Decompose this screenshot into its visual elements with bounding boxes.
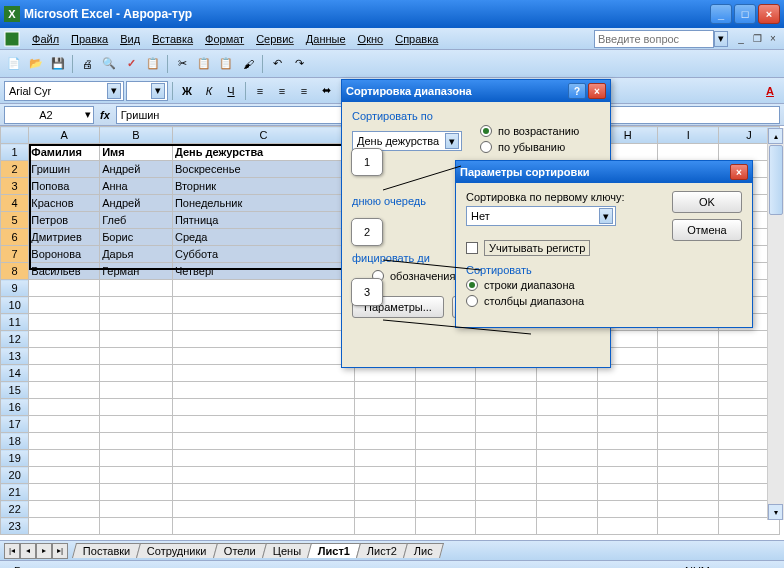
cell[interactable]: [415, 433, 476, 450]
cell[interactable]: [597, 484, 658, 501]
italic-button[interactable]: К: [199, 81, 219, 101]
research-button[interactable]: 📋: [143, 54, 163, 74]
cell[interactable]: [658, 382, 719, 399]
case-checkbox[interactable]: [466, 242, 478, 254]
cell[interactable]: [658, 518, 719, 535]
cell[interactable]: [172, 297, 354, 314]
cell[interactable]: [658, 416, 719, 433]
row-header[interactable]: 17: [1, 416, 29, 433]
cell[interactable]: [476, 484, 537, 501]
col-header[interactable]: I: [658, 127, 719, 144]
redo-button[interactable]: ↷: [289, 54, 309, 74]
cell[interactable]: [415, 399, 476, 416]
cell[interactable]: [100, 314, 173, 331]
col-header[interactable]: C: [172, 127, 354, 144]
scroll-down-button[interactable]: ▾: [768, 504, 783, 520]
row-header[interactable]: 7: [1, 246, 29, 263]
row-header[interactable]: 13: [1, 348, 29, 365]
preview-button[interactable]: 🔍: [99, 54, 119, 74]
menu-вставка[interactable]: Вставка: [146, 31, 199, 47]
row-header[interactable]: 14: [1, 365, 29, 382]
sheet-tab[interactable]: Цены: [262, 543, 312, 558]
cell[interactable]: [476, 399, 537, 416]
print-button[interactable]: 🖨: [77, 54, 97, 74]
params-cancel-button[interactable]: Отмена: [672, 219, 742, 241]
cell[interactable]: Воскресенье: [172, 161, 354, 178]
cell[interactable]: [355, 416, 416, 433]
col-header[interactable]: B: [100, 127, 173, 144]
menu-окно[interactable]: Окно: [352, 31, 390, 47]
cell[interactable]: Понедельник: [172, 195, 354, 212]
cell[interactable]: [29, 280, 100, 297]
sort-close-button[interactable]: ×: [588, 83, 606, 99]
cell[interactable]: [415, 450, 476, 467]
cell[interactable]: Краснов: [29, 195, 100, 212]
first-key-combo[interactable]: Нет ▾: [466, 206, 616, 226]
cell[interactable]: Васильев: [29, 263, 100, 280]
tab-last-button[interactable]: ▸|: [52, 543, 68, 559]
cell[interactable]: [537, 467, 598, 484]
cell[interactable]: [29, 484, 100, 501]
align-center-button[interactable]: ≡: [272, 81, 292, 101]
cell[interactable]: [100, 365, 173, 382]
cell[interactable]: [537, 433, 598, 450]
cell[interactable]: [537, 518, 598, 535]
row-header[interactable]: 9: [1, 280, 29, 297]
cell[interactable]: [537, 484, 598, 501]
sheet-tab[interactable]: Лис: [403, 543, 444, 558]
row-header[interactable]: 15: [1, 382, 29, 399]
row-header[interactable]: 18: [1, 433, 29, 450]
select-all-corner[interactable]: [1, 127, 29, 144]
cell[interactable]: [29, 382, 100, 399]
font-size-combo[interactable]: ▾: [126, 81, 168, 101]
cell[interactable]: [415, 382, 476, 399]
menu-файл[interactable]: Файл: [26, 31, 65, 47]
cell[interactable]: [100, 382, 173, 399]
cell[interactable]: [172, 280, 354, 297]
cell[interactable]: [29, 467, 100, 484]
cell[interactable]: [100, 331, 173, 348]
cell[interactable]: [100, 433, 173, 450]
cell[interactable]: [355, 382, 416, 399]
cell[interactable]: Дмитриев: [29, 229, 100, 246]
cell[interactable]: [100, 484, 173, 501]
doc-close-button[interactable]: ×: [766, 32, 780, 46]
cell[interactable]: [415, 416, 476, 433]
cell[interactable]: Борис: [100, 229, 173, 246]
cell[interactable]: [597, 450, 658, 467]
cell[interactable]: [100, 297, 173, 314]
sheet-tab[interactable]: Отели: [213, 543, 267, 558]
cell[interactable]: [355, 484, 416, 501]
cell[interactable]: [172, 484, 354, 501]
tab-first-button[interactable]: |◂: [4, 543, 20, 559]
cell[interactable]: [172, 518, 354, 535]
doc-restore-button[interactable]: ❐: [750, 32, 764, 46]
cols-radio[interactable]: [466, 295, 478, 307]
cell[interactable]: [29, 450, 100, 467]
cell[interactable]: [415, 484, 476, 501]
doc-minimize-button[interactable]: _: [734, 32, 748, 46]
menu-формат[interactable]: Формат: [199, 31, 250, 47]
cell[interactable]: [476, 501, 537, 518]
cell[interactable]: [415, 467, 476, 484]
cell[interactable]: [719, 518, 780, 535]
sheet-tab[interactable]: Лист2: [356, 543, 408, 558]
undo-button[interactable]: ↶: [267, 54, 287, 74]
cell[interactable]: [658, 501, 719, 518]
cell[interactable]: [29, 399, 100, 416]
cell[interactable]: Среда: [172, 229, 354, 246]
cell[interactable]: [100, 467, 173, 484]
merge-button[interactable]: ⬌: [316, 81, 336, 101]
sheet-tab[interactable]: Поставки: [72, 543, 141, 558]
row-header[interactable]: 16: [1, 399, 29, 416]
cell[interactable]: [100, 450, 173, 467]
cell[interactable]: Андрей: [100, 195, 173, 212]
cell[interactable]: [172, 314, 354, 331]
paste-button[interactable]: 📋: [216, 54, 236, 74]
cell[interactable]: [658, 399, 719, 416]
cell[interactable]: [537, 382, 598, 399]
sort-desc-radio[interactable]: [480, 141, 492, 153]
scroll-thumb[interactable]: [769, 145, 783, 215]
cell[interactable]: [172, 331, 354, 348]
row-header[interactable]: 3: [1, 178, 29, 195]
